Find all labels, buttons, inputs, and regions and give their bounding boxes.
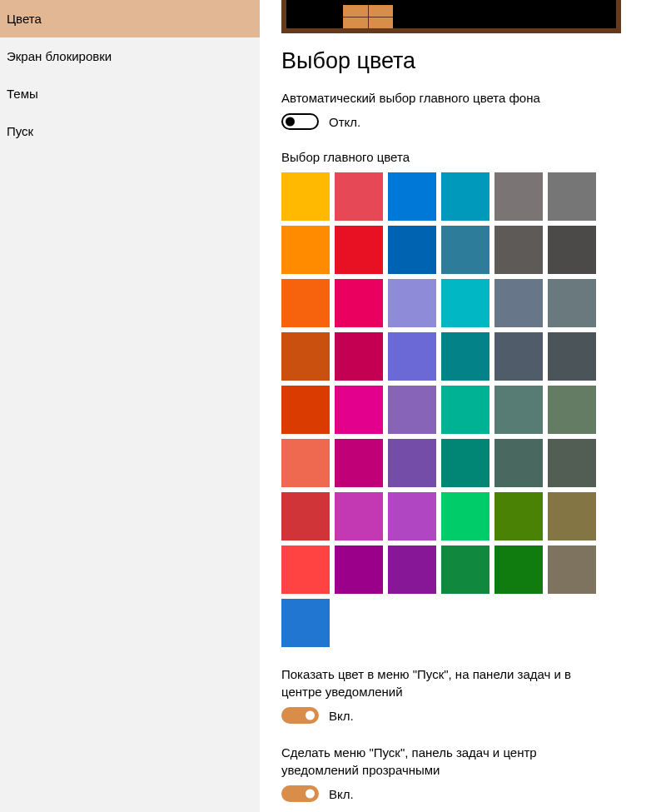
show-color-label: Показать цвет в меню "Пуск", на панели з… <box>281 665 614 700</box>
color-swatch[interactable] <box>335 172 383 221</box>
sidebar-item-2[interactable]: Темы <box>0 75 260 112</box>
color-swatch[interactable] <box>388 226 436 274</box>
color-swatch[interactable] <box>281 492 330 541</box>
color-swatch[interactable] <box>548 332 596 381</box>
color-swatch[interactable] <box>441 279 489 327</box>
color-swatch[interactable] <box>335 279 383 327</box>
color-swatch[interactable] <box>281 332 330 381</box>
transparency-label: Сделать меню "Пуск", панель задач и цент… <box>281 744 614 779</box>
color-swatch[interactable] <box>548 172 596 221</box>
color-swatch[interactable] <box>441 172 489 221</box>
auto-pick-label: Автоматический выбор главного цвета фона <box>281 91 651 105</box>
color-swatch[interactable] <box>281 172 330 221</box>
auto-pick-state: Откл. <box>329 115 360 129</box>
main-content: Выбор цвета Автоматический выбор главног… <box>260 0 651 812</box>
show-color-toggle[interactable] <box>281 707 319 724</box>
color-swatch[interactable] <box>388 492 436 541</box>
color-swatch[interactable] <box>494 492 543 541</box>
color-swatch[interactable] <box>335 332 383 381</box>
color-swatch[interactable] <box>548 226 596 274</box>
color-swatch[interactable] <box>335 226 383 274</box>
transparency-toggle[interactable] <box>281 785 319 802</box>
sidebar-item-3[interactable]: Пуск <box>0 112 260 150</box>
color-swatch[interactable] <box>281 439 330 487</box>
section-title: Выбор цвета <box>281 48 651 74</box>
color-swatch[interactable] <box>548 279 596 327</box>
color-swatch[interactable] <box>335 386 383 434</box>
color-swatch[interactable] <box>494 332 543 381</box>
color-swatch[interactable] <box>441 386 489 434</box>
color-swatch[interactable] <box>441 332 489 381</box>
auto-pick-toggle[interactable] <box>281 113 319 130</box>
taskbar-preview-icon <box>343 5 393 28</box>
transparency-state: Вкл. <box>329 787 354 801</box>
color-swatch[interactable] <box>388 172 436 221</box>
color-swatch[interactable] <box>388 545 436 594</box>
color-swatch[interactable] <box>441 492 489 541</box>
sidebar-item-1[interactable]: Экран блокировки <box>0 37 260 75</box>
color-swatch[interactable] <box>494 279 543 327</box>
sidebar-item-0[interactable]: Цвета <box>0 0 260 37</box>
accent-color-label: Выбор главного цвета <box>281 150 651 164</box>
color-swatch[interactable] <box>281 599 330 647</box>
desktop-preview <box>281 0 621 33</box>
color-swatch[interactable] <box>281 545 330 594</box>
sidebar: ЦветаЭкран блокировкиТемыПуск <box>0 0 260 812</box>
color-swatch[interactable] <box>494 545 543 594</box>
color-swatch[interactable] <box>388 439 436 487</box>
color-swatch[interactable] <box>441 439 489 487</box>
color-swatch[interactable] <box>548 545 596 594</box>
color-swatch[interactable] <box>335 439 383 487</box>
color-swatch[interactable] <box>494 439 543 487</box>
color-swatch[interactable] <box>548 386 596 434</box>
color-swatch[interactable] <box>281 279 330 327</box>
color-swatch[interactable] <box>388 386 436 434</box>
color-swatch[interactable] <box>494 226 543 274</box>
color-swatch-grid <box>281 172 621 647</box>
color-swatch[interactable] <box>494 386 543 434</box>
color-swatch[interactable] <box>548 492 596 541</box>
color-swatch[interactable] <box>335 492 383 541</box>
color-swatch[interactable] <box>388 279 436 327</box>
color-swatch[interactable] <box>335 545 383 594</box>
color-swatch[interactable] <box>281 226 330 274</box>
show-color-state: Вкл. <box>329 709 354 723</box>
color-swatch[interactable] <box>388 332 436 381</box>
color-swatch[interactable] <box>281 386 330 434</box>
color-swatch[interactable] <box>548 439 596 487</box>
color-swatch[interactable] <box>441 545 489 594</box>
color-swatch[interactable] <box>441 226 489 274</box>
color-swatch[interactable] <box>494 172 543 221</box>
